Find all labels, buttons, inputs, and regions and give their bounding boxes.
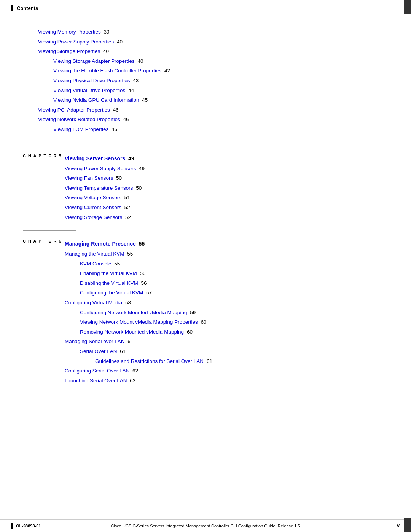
header-left-bar — [11, 5, 13, 11]
list-item: Viewing the Flexible Flash Controller Pr… — [23, 67, 388, 75]
toc-page: 40 — [136, 57, 143, 66]
toc-link[interactable]: Serial Over LAN — [80, 347, 117, 356]
toc-link[interactable]: Viewing Memory Properties — [38, 28, 101, 36]
toc-page: 63 — [129, 377, 136, 385]
footer-center-text: Cisco UCS C-Series Servers Integrated Ma… — [111, 524, 300, 528]
toc-link[interactable]: Configuring Serial Over LAN — [65, 367, 129, 375]
chapter-5-section: C H A P T E R 5 Viewing Server Sensors 4… — [23, 152, 388, 223]
chapter-5-page: 49 — [127, 155, 134, 161]
list-item: Viewing Power Supply Properties 40 — [23, 38, 388, 46]
header-right-block — [404, 0, 411, 14]
chapter-6-title[interactable]: Managing Remote Presence — [65, 241, 136, 247]
toc-page: 46 — [112, 106, 119, 114]
list-item: Serial Over LAN 61 — [65, 347, 388, 356]
list-item: Removing Network Mounted vMedia Mapping … — [65, 328, 388, 336]
divider — [23, 230, 76, 231]
toc-link[interactable]: Viewing Nvidia GPU Card Information — [53, 96, 139, 104]
toc-page: 43 — [132, 77, 139, 85]
list-item: Configuring Serial Over LAN 62 — [65, 367, 388, 375]
toc-link[interactable]: Viewing the Flexible Flash Controller Pr… — [53, 67, 161, 75]
list-item: Viewing LOM Properties 46 — [23, 125, 388, 134]
toc-link[interactable]: KVM Console — [80, 260, 112, 268]
toc-page: 57 — [145, 289, 152, 297]
list-item: Viewing Fan Sensors 50 — [65, 174, 388, 182]
toc-link[interactable]: Configuring the Virtual KVM — [80, 289, 143, 297]
list-item: Viewing Current Sensors 52 — [65, 203, 388, 212]
footer-page-label: V — [397, 524, 400, 528]
chapter-6-label: C H A P T E R 6 — [23, 237, 65, 244]
toc-link[interactable]: Guidelines and Restrictions for Serial O… — [95, 357, 204, 366]
toc-link[interactable]: Enabling the Virtual KVM — [80, 269, 137, 278]
toc-link[interactable]: Viewing Storage Adapter Properties — [53, 57, 135, 66]
list-item: Managing the Virtual KVM 55 — [65, 250, 388, 258]
footer: OL-28893-01 Cisco UCS C-Series Servers I… — [0, 519, 411, 532]
toc-page: 50 — [115, 174, 122, 182]
toc-page: 46 — [110, 125, 117, 134]
list-item: Disabling the Virtual KVM 56 — [65, 279, 388, 288]
toc-link[interactable]: Viewing Virtual Drive Properties — [53, 86, 125, 95]
list-item: Viewing Power Supply Sensors 49 — [65, 165, 388, 173]
list-item: Viewing Physical Drive Properties 43 — [23, 77, 388, 85]
toc-page: 51 — [123, 193, 130, 202]
toc-page: 49 — [137, 165, 145, 173]
toc-link[interactable]: Viewing Network Mount vMedia Mapping Pro… — [80, 318, 198, 326]
toc-page: 40 — [102, 47, 109, 56]
toc-link[interactable]: Viewing Power Supply Sensors — [65, 165, 136, 173]
list-item: Viewing Storage Adapter Properties 40 — [23, 57, 388, 66]
toc-page: 39 — [102, 28, 110, 36]
toc-page: 61 — [126, 337, 134, 346]
list-item: KVM Console 55 — [65, 260, 388, 268]
toc-page: 61 — [205, 357, 212, 366]
toc-link[interactable]: Viewing Current Sensors — [65, 203, 121, 212]
header-title: Contents — [17, 5, 38, 11]
list-item: Viewing Network Mount vMedia Mapping Pro… — [65, 318, 388, 326]
toc-link[interactable]: Configuring Virtual Media — [65, 299, 122, 307]
toc-link[interactable]: Disabling the Virtual KVM — [80, 279, 138, 288]
chapter-5-label: C H A P T E R 5 — [23, 152, 65, 158]
toc-link[interactable]: Viewing Power Supply Properties — [38, 38, 114, 46]
toc-page: 56 — [139, 269, 146, 278]
toc-link[interactable]: Configuring Network Mounted vMedia Mappi… — [80, 308, 187, 317]
toc-link[interactable]: Viewing LOM Properties — [53, 125, 108, 134]
list-item: Configuring the Virtual KVM 57 — [65, 289, 388, 297]
chapter-5-title[interactable]: Viewing Server Sensors — [65, 155, 125, 161]
toc-link[interactable]: Removing Network Mounted vMedia Mapping — [80, 328, 184, 336]
chapter-6-page: 55 — [137, 241, 145, 247]
list-item: Viewing Temperature Sensors 50 — [65, 184, 388, 192]
list-item: Launching Serial Over LAN 63 — [65, 377, 388, 385]
toc-link[interactable]: Launching Serial Over LAN — [65, 377, 127, 385]
toc-link[interactable]: Managing the Virtual KVM — [65, 250, 124, 258]
toc-link[interactable]: Viewing Storage Sensors — [65, 213, 122, 222]
divider — [23, 145, 76, 145]
list-item: Viewing Network Related Properties 46 — [23, 115, 388, 124]
chapter-6-content: Managing Remote Presence 55 Managing the… — [65, 237, 388, 386]
toc-page: 56 — [140, 279, 147, 288]
chapter-6-block: C H A P T E R 6 Managing Remote Presence… — [23, 237, 388, 386]
toc-page: 42 — [163, 67, 170, 75]
footer-right-block — [404, 518, 411, 532]
toc-link[interactable]: Viewing Storage Properties — [38, 47, 100, 56]
chapter-5-content: Viewing Server Sensors 49 Viewing Power … — [65, 152, 388, 223]
toc-link[interactable]: Viewing PCI Adapter Properties — [38, 106, 110, 114]
chapter-label: C H A P T E R 6 — [23, 239, 62, 243]
chapter-6-section: C H A P T E R 6 Managing Remote Presence… — [23, 237, 388, 386]
toc-page: 44 — [127, 86, 134, 95]
toc-link[interactable]: Viewing Physical Drive Properties — [53, 77, 130, 85]
chapter-6-title-row: Managing Remote Presence 55 — [65, 241, 388, 247]
footer-left: OL-28893-01 — [11, 523, 41, 529]
list-item: Enabling the Virtual KVM 56 — [65, 269, 388, 278]
toc-page: 50 — [135, 184, 142, 192]
chapter-label: C H A P T E R 5 — [23, 153, 62, 158]
toc-page: 60 — [185, 328, 193, 336]
toc-link[interactable]: Viewing Voltage Sensors — [65, 193, 121, 202]
toc-link[interactable]: Viewing Network Related Properties — [38, 115, 120, 124]
toc-page: 52 — [124, 213, 131, 222]
toc-page: 55 — [126, 250, 133, 258]
list-item: Viewing Nvidia GPU Card Information 45 — [23, 96, 388, 104]
toc-link[interactable]: Managing Serial over LAN — [65, 337, 125, 346]
toc-link[interactable]: Viewing Fan Sensors — [65, 174, 113, 182]
toc-link[interactable]: Viewing Temperature Sensors — [65, 184, 133, 192]
footer-left-bar — [11, 523, 13, 529]
toc-page: 45 — [141, 96, 148, 104]
toc-page: 40 — [115, 38, 123, 46]
